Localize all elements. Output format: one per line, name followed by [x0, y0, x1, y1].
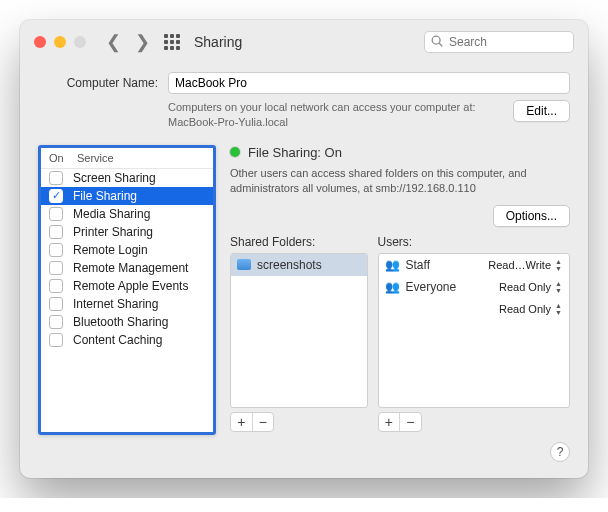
- computer-name-help: Computers on your local network can acce…: [168, 100, 503, 131]
- service-checkbox[interactable]: [49, 225, 63, 239]
- computer-name-input[interactable]: [168, 72, 570, 94]
- search-wrap: [424, 31, 574, 53]
- service-checkbox[interactable]: [49, 261, 63, 275]
- service-item[interactable]: Remote Login: [41, 241, 213, 259]
- remove-user-button[interactable]: −: [400, 413, 421, 431]
- permission-label: Read Only: [499, 303, 551, 315]
- service-checkbox[interactable]: [49, 171, 63, 185]
- status-led-icon: [230, 147, 240, 157]
- help-button[interactable]: ?: [550, 442, 570, 462]
- permission-stepper[interactable]: Read…Write▲▼: [488, 258, 563, 272]
- service-checkbox[interactable]: [49, 243, 63, 257]
- permission-label: Read Only: [499, 281, 551, 293]
- permission-stepper[interactable]: Read Only▲▼: [499, 302, 563, 316]
- service-item[interactable]: Bluetooth Sharing: [41, 313, 213, 331]
- add-user-button[interactable]: +: [379, 413, 401, 431]
- folder-icon: [237, 259, 251, 270]
- checkmark-icon: ✓: [52, 190, 61, 201]
- options-button[interactable]: Options...: [493, 205, 570, 227]
- shared-folders-list[interactable]: screenshots: [230, 253, 368, 408]
- search-input[interactable]: [424, 31, 574, 53]
- user-row[interactable]: Read Only▲▼: [379, 298, 570, 320]
- service-item[interactable]: ✓File Sharing: [41, 187, 213, 205]
- service-label: Printer Sharing: [73, 225, 153, 239]
- status-description: Other users can access shared folders on…: [230, 166, 570, 197]
- service-item[interactable]: Media Sharing: [41, 205, 213, 223]
- service-label: Remote Management: [73, 261, 188, 275]
- service-label: Media Sharing: [73, 207, 150, 221]
- titlebar: ❮ ❯ Sharing: [20, 20, 588, 64]
- service-label: Screen Sharing: [73, 171, 156, 185]
- svg-line-1: [439, 43, 442, 46]
- users-title: Users:: [378, 235, 571, 249]
- service-checkbox[interactable]: ✓: [49, 189, 63, 203]
- user-name: Staff: [406, 258, 430, 272]
- service-item[interactable]: Content Caching: [41, 331, 213, 349]
- shared-folders-addremove: + −: [230, 412, 274, 432]
- svg-point-0: [432, 36, 440, 44]
- service-checkbox[interactable]: [49, 333, 63, 347]
- shared-folder-row[interactable]: screenshots: [231, 254, 367, 276]
- service-checkbox[interactable]: [49, 207, 63, 221]
- service-item[interactable]: Printer Sharing: [41, 223, 213, 241]
- permission-stepper[interactable]: Read Only▲▼: [499, 280, 563, 294]
- service-label: Internet Sharing: [73, 297, 158, 311]
- service-item[interactable]: Screen Sharing: [41, 169, 213, 187]
- permission-label: Read…Write: [488, 259, 551, 271]
- group-icon: 👥: [385, 258, 400, 272]
- service-label: Remote Apple Events: [73, 279, 188, 293]
- remove-folder-button[interactable]: −: [253, 413, 274, 431]
- window-controls: [34, 36, 86, 48]
- back-button[interactable]: ❮: [106, 31, 121, 53]
- user-row[interactable]: 👥EveryoneRead Only▲▼: [379, 276, 570, 298]
- edit-hostname-button[interactable]: Edit...: [513, 100, 570, 122]
- service-label: Bluetooth Sharing: [73, 315, 168, 329]
- stepper-arrows-icon: ▲▼: [555, 280, 563, 294]
- computer-name-label: Computer Name:: [38, 76, 158, 90]
- users-list[interactable]: 👥StaffRead…Write▲▼👥EveryoneRead Only▲▼Re…: [378, 253, 571, 408]
- service-checkbox[interactable]: [49, 279, 63, 293]
- user-row[interactable]: 👥StaffRead…Write▲▼: [379, 254, 570, 276]
- service-checkbox[interactable]: [49, 315, 63, 329]
- service-item[interactable]: Internet Sharing: [41, 295, 213, 313]
- sharing-prefs-window: ❮ ❯ Sharing Computer Name: Computers on …: [20, 20, 588, 478]
- services-list: On Service Screen Sharing✓File SharingMe…: [38, 145, 216, 435]
- forward-button[interactable]: ❯: [135, 31, 150, 53]
- folder-name: screenshots: [257, 258, 322, 272]
- close-window-button[interactable]: [34, 36, 46, 48]
- pane-body: Computer Name: Computers on your local n…: [20, 64, 588, 478]
- service-detail: File Sharing: On Other users can access …: [230, 145, 570, 462]
- show-all-prefs-button[interactable]: [164, 34, 180, 50]
- service-item[interactable]: Remote Apple Events: [41, 277, 213, 295]
- zoom-window-button[interactable]: [74, 36, 86, 48]
- add-folder-button[interactable]: +: [231, 413, 253, 431]
- users-column: Users: 👥StaffRead…Write▲▼👥EveryoneRead O…: [378, 235, 571, 432]
- service-item[interactable]: Remote Management: [41, 259, 213, 277]
- search-icon: [430, 34, 444, 48]
- user-name: Everyone: [406, 280, 457, 294]
- minimize-window-button[interactable]: [54, 36, 66, 48]
- stepper-arrows-icon: ▲▼: [555, 258, 563, 272]
- services-header-on: On: [49, 152, 77, 164]
- stepper-arrows-icon: ▲▼: [555, 302, 563, 316]
- service-label: Remote Login: [73, 243, 148, 257]
- shared-folders-title: Shared Folders:: [230, 235, 368, 249]
- status-title: File Sharing: On: [248, 145, 342, 160]
- services-header-service: Service: [77, 152, 207, 164]
- window-title: Sharing: [194, 34, 242, 50]
- service-label: Content Caching: [73, 333, 162, 347]
- service-label: File Sharing: [73, 189, 137, 203]
- services-header: On Service: [41, 148, 213, 169]
- service-checkbox[interactable]: [49, 297, 63, 311]
- users-addremove: + −: [378, 412, 422, 432]
- nav-arrows: ❮ ❯: [106, 31, 150, 53]
- group-icon: 👥: [385, 280, 400, 294]
- shared-folders-column: Shared Folders: screenshots + −: [230, 235, 368, 432]
